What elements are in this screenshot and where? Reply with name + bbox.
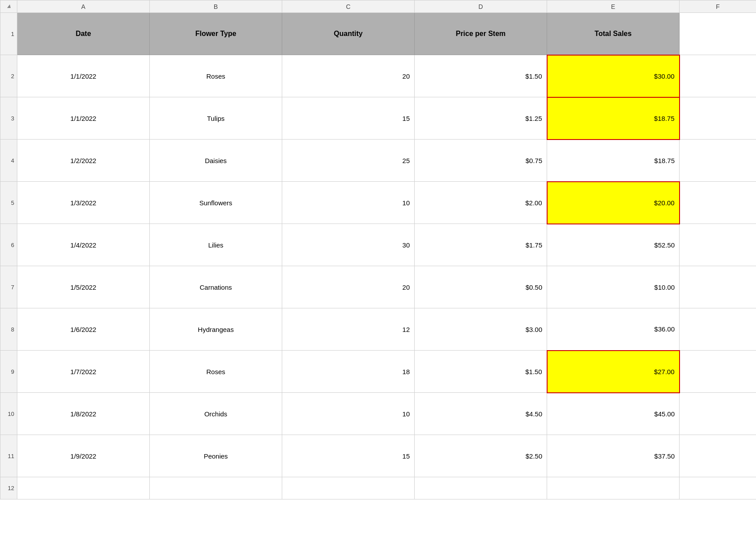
row-3: 31/1/2022Tulips15$1.25$18.75 (0, 97, 756, 140)
cell-price-row8[interactable]: $3.00 (415, 308, 547, 351)
cell-price-row2[interactable]: $1.50 (415, 55, 547, 97)
header-f-empty (680, 13, 756, 55)
row-4: 41/2/2022Daisies25$0.75$18.75 (0, 140, 756, 182)
cell-total-row8[interactable]: $36.00 (547, 308, 680, 351)
cell-qty-row9[interactable]: 18 (282, 351, 415, 393)
row-num-8: 8 (0, 308, 17, 351)
cell-f-row10 (680, 393, 756, 435)
cell-flower-row7[interactable]: Carnations (150, 266, 282, 308)
row-num-11: 11 (0, 435, 17, 477)
cell-flower-row4[interactable]: Daisies (150, 140, 282, 182)
row-num-10: 10 (0, 393, 17, 435)
cell-total-row5[interactable]: $20.00 (547, 182, 680, 224)
row-6: 61/4/2022Lilies30$1.75$52.50 (0, 224, 756, 266)
column-header-row: A B C D E F (0, 0, 756, 13)
row-5: 51/3/2022Sunflowers10$2.00$20.00 (0, 182, 756, 224)
row-num-1: 1 (0, 13, 17, 55)
row-8: 81/6/2022Hydrangeas12$3.00$36.00 (0, 308, 756, 351)
cell-flower-row8[interactable]: Hydrangeas (150, 308, 282, 351)
data-table: A B C D E F 1 Date Flower Type Quantity … (0, 0, 756, 499)
row-9: 91/7/2022Roses18$1.50$27.00 (0, 351, 756, 393)
cell-f-row9 (680, 351, 756, 393)
header-price-per-stem[interactable]: Price per Stem (415, 13, 547, 55)
cell-date-row5[interactable]: 1/3/2022 (17, 182, 150, 224)
col-b-header[interactable]: B (150, 0, 282, 13)
cell-f-row4 (680, 140, 756, 182)
cell-flower-row6[interactable]: Lilies (150, 224, 282, 266)
cell-qty-row6[interactable]: 30 (282, 224, 415, 266)
col-c-header[interactable]: C (282, 0, 415, 13)
cell-flower-row10[interactable]: Orchids (150, 393, 282, 435)
header-flower-type[interactable]: Flower Type (150, 13, 282, 55)
cell-price-row3[interactable]: $1.25 (415, 97, 547, 140)
cell-f-row6 (680, 224, 756, 266)
row-num-5: 5 (0, 182, 17, 224)
cell-flower-row9[interactable]: Roses (150, 351, 282, 393)
cell-qty-row8[interactable]: 12 (282, 308, 415, 351)
cell-flower-row3[interactable]: Tulips (150, 97, 282, 140)
row-1: 1 Date Flower Type Quantity Price per St… (0, 13, 756, 55)
cell-qty-row11[interactable]: 15 (282, 435, 415, 477)
cell-total-row10[interactable]: $45.00 (547, 393, 680, 435)
cell-price-row9[interactable]: $1.50 (415, 351, 547, 393)
corner-indicator (0, 0, 17, 13)
cell-qty-row5[interactable]: 10 (282, 182, 415, 224)
row-10: 101/8/2022Orchids10$4.50$45.00 (0, 393, 756, 435)
col-e-header[interactable]: E (547, 0, 680, 13)
cell-f-row11 (680, 435, 756, 477)
header-date[interactable]: Date (17, 13, 150, 55)
cell-price-row11[interactable]: $2.50 (415, 435, 547, 477)
cell-date-row4[interactable]: 1/2/2022 (17, 140, 150, 182)
cell-date-row3[interactable]: 1/1/2022 (17, 97, 150, 140)
row-12-cell-1 (17, 477, 150, 499)
row-num-3: 3 (0, 97, 17, 140)
cell-total-row6[interactable]: $52.50 (547, 224, 680, 266)
cell-date-row11[interactable]: 1/9/2022 (17, 435, 150, 477)
row-12-cell-3 (282, 477, 415, 499)
row-12: 12 (0, 477, 756, 499)
row-12-cell-2 (150, 477, 282, 499)
cell-price-row6[interactable]: $1.75 (415, 224, 547, 266)
cell-date-row6[interactable]: 1/4/2022 (17, 224, 150, 266)
cell-flower-row5[interactable]: Sunflowers (150, 182, 282, 224)
header-quantity[interactable]: Quantity (282, 13, 415, 55)
cell-total-row11[interactable]: $37.50 (547, 435, 680, 477)
cell-f-row8 (680, 308, 756, 351)
row-12-cell-6 (680, 477, 756, 499)
header-total-sales[interactable]: Total Sales (547, 13, 680, 55)
cell-date-row7[interactable]: 1/5/2022 (17, 266, 150, 308)
cell-date-row10[interactable]: 1/8/2022 (17, 393, 150, 435)
row-num-7: 7 (0, 266, 17, 308)
row-12-cell-4 (415, 477, 547, 499)
cell-flower-row2[interactable]: Roses (150, 55, 282, 97)
cell-f-row3 (680, 97, 756, 140)
cell-date-row8[interactable]: 1/6/2022 (17, 308, 150, 351)
cell-date-row2[interactable]: 1/1/2022 (17, 55, 150, 97)
cell-flower-row11[interactable]: Peonies (150, 435, 282, 477)
cell-total-row7[interactable]: $10.00 (547, 266, 680, 308)
cell-total-row3[interactable]: $18.75 (547, 97, 680, 140)
row-7: 71/5/2022Carnations20$0.50$10.00 (0, 266, 756, 308)
cell-qty-row7[interactable]: 20 (282, 266, 415, 308)
col-f-header[interactable]: F (680, 0, 756, 13)
row-num-4: 4 (0, 140, 17, 182)
cell-price-row7[interactable]: $0.50 (415, 266, 547, 308)
cell-price-row10[interactable]: $4.50 (415, 393, 547, 435)
row-12-cell-0: 12 (0, 477, 17, 499)
col-d-header[interactable]: D (415, 0, 547, 13)
col-a-header[interactable]: A (17, 0, 150, 13)
row-12-cell-5 (547, 477, 680, 499)
spreadsheet: A B C D E F 1 Date Flower Type Quantity … (0, 0, 756, 539)
cell-f-row2 (680, 55, 756, 97)
cell-price-row4[interactable]: $0.75 (415, 140, 547, 182)
cell-qty-row4[interactable]: 25 (282, 140, 415, 182)
cell-qty-row10[interactable]: 10 (282, 393, 415, 435)
cell-qty-row3[interactable]: 15 (282, 97, 415, 140)
cell-qty-row2[interactable]: 20 (282, 55, 415, 97)
cell-date-row9[interactable]: 1/7/2022 (17, 351, 150, 393)
cell-total-row2[interactable]: $30.00 (547, 55, 680, 97)
cell-total-row4[interactable]: $18.75 (547, 140, 680, 182)
cell-total-row9[interactable]: $27.00 (547, 351, 680, 393)
cell-price-row5[interactable]: $2.00 (415, 182, 547, 224)
row-11: 111/9/2022Peonies15$2.50$37.50 (0, 435, 756, 477)
